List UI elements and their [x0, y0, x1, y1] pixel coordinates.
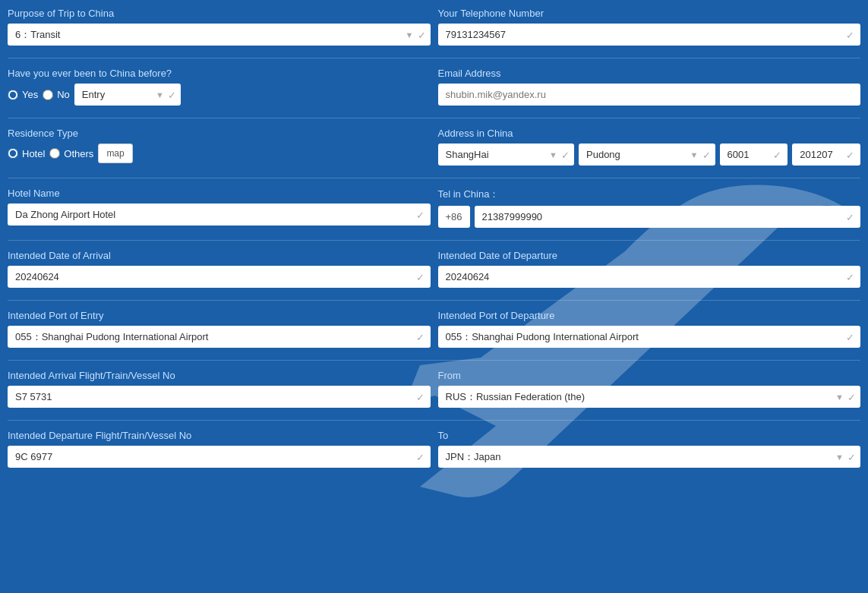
- row-departure-flight-to: Intended Departure Flight/Train/Vessel N…: [8, 430, 860, 468]
- col-china: Have you ever been to China before? Yes …: [8, 68, 431, 106]
- col-email: Email Address: [438, 68, 861, 106]
- purpose-select-wrapper: 6：Transit ▼ ✓: [8, 24, 431, 46]
- city-select[interactable]: ShangHai Beijing: [438, 144, 575, 166]
- entry-select-wrapper: Entry Exit ▼ ✓: [74, 84, 181, 106]
- tel-check-icon: ✓: [846, 211, 854, 222]
- address-label: Address in China: [438, 128, 861, 139]
- divider-5: [8, 300, 860, 301]
- city-select-wrapper: ShangHai Beijing ▼ ✓: [438, 144, 575, 166]
- col-port-entry: Intended Port of Entry ✓: [8, 310, 431, 348]
- tel-china-input[interactable]: [475, 206, 860, 228]
- form-container: Purpose of Trip to China 6：Transit ▼ ✓ Y…: [0, 0, 868, 487]
- email-label: Email Address: [438, 68, 861, 79]
- col-hotel: Hotel Name ✓: [8, 188, 431, 228]
- telephone-input[interactable]: [438, 24, 861, 46]
- from-select[interactable]: RUS：Russian Federation (the) CHN：China: [438, 386, 861, 408]
- tel-china-row: +86 ✓: [438, 206, 861, 228]
- port-entry-check-icon: ✓: [416, 331, 425, 342]
- divider-3: [8, 178, 860, 178]
- to-label: To: [438, 430, 861, 441]
- radio-yes-label[interactable]: Yes: [8, 89, 38, 100]
- row-arrival-flight-from: Intended Arrival Flight/Train/Vessel No …: [8, 370, 860, 408]
- radio-hotel-label[interactable]: Hotel: [8, 148, 45, 159]
- map-button[interactable]: map: [98, 144, 132, 163]
- arrival-flight-wrapper: ✓: [8, 386, 431, 408]
- from-select-wrapper: RUS：Russian Federation (the) CHN：China ▼…: [438, 386, 861, 408]
- port-entry-wrapper: ✓: [8, 326, 431, 348]
- radio-yes-text: Yes: [22, 89, 38, 100]
- residence-controls: Hotel Others map: [8, 144, 431, 163]
- arrival-flight-label: Intended Arrival Flight/Train/Vessel No: [8, 370, 431, 381]
- code2-wrapper: ✓: [792, 144, 860, 166]
- row-residence-address: Residence Type Hotel Others map Address …: [8, 128, 860, 166]
- purpose-label: Purpose of Trip to China: [8, 8, 431, 19]
- to-select[interactable]: JPN：Japan CHN：China: [438, 446, 861, 468]
- col-to: To JPN：Japan CHN：China ▼ ✓: [438, 430, 861, 468]
- district-select-wrapper: Pudong ▼ ✓: [579, 144, 715, 166]
- code1-check-icon: ✓: [773, 149, 781, 160]
- radio-hotel-text: Hotel: [22, 148, 45, 159]
- arrival-date-wrapper: ✓: [8, 266, 431, 288]
- address-fields: ShangHai Beijing ▼ ✓ Pudong ▼ ✓ ✓: [438, 144, 861, 166]
- departure-flight-label: Intended Departure Flight/Train/Vessel N…: [8, 430, 431, 441]
- divider-1: [8, 58, 860, 58]
- col-departure-date: Intended Date of Departure ✓: [438, 250, 861, 288]
- telephone-label: Your Telephone Number: [438, 8, 861, 19]
- entry-select[interactable]: Entry Exit: [74, 84, 181, 106]
- residence-label: Residence Type: [8, 128, 431, 139]
- col-residence: Residence Type Hotel Others map: [8, 128, 431, 166]
- row-hotel-tel: Hotel Name ✓ Tel in China： +86 ✓: [8, 188, 860, 228]
- radio-no-text: No: [57, 89, 70, 100]
- port-entry-label: Intended Port of Entry: [8, 310, 431, 321]
- row-china-email: Have you ever been to China before? Yes …: [8, 68, 860, 106]
- email-input[interactable]: [438, 84, 861, 106]
- district-select[interactable]: Pudong: [579, 144, 715, 166]
- departure-flight-check-icon: ✓: [416, 451, 425, 462]
- radio-no-label[interactable]: No: [43, 89, 70, 100]
- departure-date-wrapper: ✓: [438, 266, 861, 288]
- radio-hotel[interactable]: [8, 148, 18, 159]
- email-wrapper: [438, 84, 861, 106]
- tel-prefix: +86: [438, 206, 470, 228]
- arrival-date-input[interactable]: [8, 266, 431, 288]
- port-departure-wrapper: ✓: [438, 326, 861, 348]
- col-departure-flight: Intended Departure Flight/Train/Vessel N…: [8, 430, 431, 468]
- radio-others[interactable]: [49, 148, 60, 159]
- divider-4: [8, 240, 860, 241]
- divider-6: [8, 360, 860, 361]
- radio-no[interactable]: [43, 90, 53, 100]
- departure-flight-input[interactable]: [8, 446, 431, 468]
- port-departure-input[interactable]: [438, 326, 861, 348]
- radio-others-label[interactable]: Others: [49, 148, 93, 159]
- col-port-departure: Intended Port of Departure ✓: [438, 310, 861, 348]
- departure-date-label: Intended Date of Departure: [438, 250, 861, 261]
- hotel-name-input[interactable]: [8, 203, 431, 226]
- hotel-name-wrapper: ✓: [8, 203, 431, 226]
- been-china-controls: Yes No Entry Exit ▼ ✓: [8, 84, 431, 106]
- col-arrival-flight: Intended Arrival Flight/Train/Vessel No …: [8, 370, 431, 408]
- telephone-check-icon: ✓: [846, 29, 854, 40]
- port-departure-label: Intended Port of Departure: [438, 310, 861, 321]
- purpose-select[interactable]: 6：Transit: [8, 24, 431, 46]
- col-from: From RUS：Russian Federation (the) CHN：Ch…: [438, 370, 861, 408]
- radio-others-text: Others: [64, 148, 93, 159]
- divider-7: [8, 420, 860, 421]
- row-purpose-telephone: Purpose of Trip to China 6：Transit ▼ ✓ Y…: [8, 8, 860, 46]
- code1-wrapper: ✓: [720, 144, 788, 166]
- telephone-wrapper: ✓: [438, 24, 861, 46]
- been-china-label: Have you ever been to China before?: [8, 68, 431, 79]
- port-departure-check-icon: ✓: [846, 331, 854, 342]
- arrival-flight-input[interactable]: [8, 386, 431, 408]
- port-entry-input[interactable]: [8, 326, 431, 348]
- departure-date-input[interactable]: [438, 266, 861, 288]
- radio-yes[interactable]: [8, 90, 18, 100]
- col-tel-china: Tel in China： +86 ✓: [438, 188, 861, 228]
- code2-check-icon: ✓: [846, 149, 854, 160]
- tel-china-wrapper: ✓: [475, 206, 860, 228]
- from-label: From: [438, 370, 861, 381]
- col-telephone: Your Telephone Number ✓: [438, 8, 861, 46]
- arrival-date-check-icon: ✓: [416, 271, 425, 282]
- col-purpose: Purpose of Trip to China 6：Transit ▼ ✓: [8, 8, 431, 46]
- departure-flight-wrapper: ✓: [8, 446, 431, 468]
- departure-date-check-icon: ✓: [846, 271, 854, 282]
